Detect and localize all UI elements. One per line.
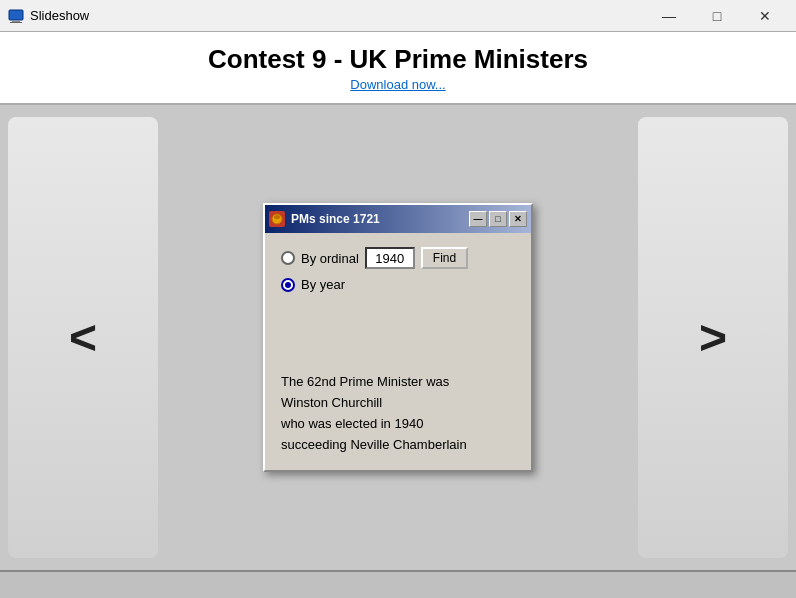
left-nav-panel[interactable]: < [8, 117, 158, 558]
dialog-title: PMs since 1721 [291, 212, 469, 226]
dialog-titlebar: PMs since 1721 — □ ✕ [265, 205, 531, 233]
title-bar: Slideshow — □ ✕ [0, 0, 796, 32]
result-line-1: The 62nd Prime Minister was [281, 372, 515, 393]
result-line-4: succeeding Neville Chamberlain [281, 435, 515, 456]
pms-dialog: PMs since 1721 — □ ✕ By ordinal Find [263, 203, 533, 471]
dialog-body: By ordinal Find By year The 62nd Prime M… [265, 233, 531, 469]
dialog-icon [269, 211, 285, 227]
dialog-minimize-button[interactable]: — [469, 211, 487, 227]
page-title: Contest 9 - UK Prime Ministers [0, 44, 796, 75]
download-link[interactable]: Download now... [350, 77, 445, 92]
radio-ordinal[interactable] [281, 251, 295, 265]
header-area: Contest 9 - UK Prime Ministers Download … [0, 32, 796, 105]
result-line-3: who was elected in 1940 [281, 414, 515, 435]
svg-point-4 [274, 215, 280, 219]
year-input[interactable] [365, 247, 415, 269]
dialog-controls: — □ ✕ [469, 211, 527, 227]
app-icon [8, 8, 24, 24]
window-controls: — □ ✕ [646, 1, 788, 31]
radio-year[interactable] [281, 278, 295, 292]
result-area: The 62nd Prime Minister was Winston Chur… [281, 372, 515, 455]
bottom-bar [0, 570, 796, 598]
radio-ordinal-label: By ordinal [301, 251, 359, 266]
minimize-button[interactable]: — [646, 1, 692, 31]
slide-area: PMs since 1721 — □ ✕ By ordinal Find [166, 105, 630, 570]
right-nav-panel[interactable]: > [638, 117, 788, 558]
prev-arrow[interactable]: < [69, 310, 97, 365]
maximize-button[interactable]: □ [694, 1, 740, 31]
next-arrow[interactable]: > [699, 310, 727, 365]
dialog-restore-button[interactable]: □ [489, 211, 507, 227]
find-button[interactable]: Find [421, 247, 468, 269]
radio-year-label: By year [301, 277, 345, 292]
svg-rect-2 [10, 22, 22, 23]
dialog-close-button[interactable]: ✕ [509, 211, 527, 227]
close-button[interactable]: ✕ [742, 1, 788, 31]
svg-rect-0 [9, 10, 23, 20]
year-row: By year [281, 277, 515, 292]
ordinal-row: By ordinal Find [281, 247, 515, 269]
content-area: < PMs since 1721 — □ ✕ [0, 105, 796, 570]
result-line-2: Winston Churchill [281, 393, 515, 414]
app-title: Slideshow [30, 8, 646, 23]
